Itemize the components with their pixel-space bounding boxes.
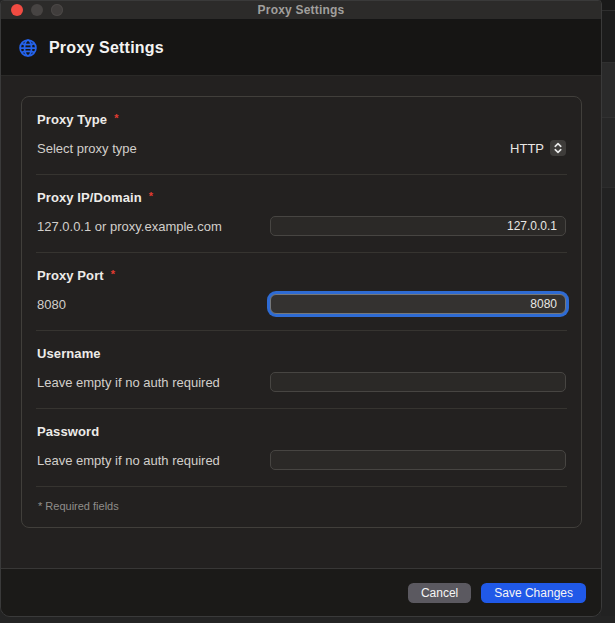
required-marker: * [111, 269, 115, 279]
cancel-button[interactable]: Cancel [408, 583, 471, 603]
proxy-type-select[interactable]: HTTP [510, 140, 566, 156]
username-label: Username [37, 346, 101, 361]
background-window-strip [601, 0, 615, 623]
form-row-password: Password Leave empty if no auth required [36, 409, 567, 487]
password-input[interactable] [270, 450, 566, 470]
window-title: Proxy Settings [1, 3, 601, 17]
password-hint: Leave empty if no auth required [37, 453, 220, 468]
zoom-button[interactable] [51, 4, 63, 16]
dialog-header: Proxy Settings [1, 20, 601, 76]
desktop-background [0, 616, 615, 623]
form-row-proxy-port: Proxy Port * 8080 [36, 253, 567, 331]
proxy-type-hint: Select proxy type [37, 141, 137, 156]
minimize-button[interactable] [31, 4, 43, 16]
proxy-ip-input[interactable] [270, 216, 566, 236]
username-hint: Leave empty if no auth required [37, 375, 220, 390]
close-button[interactable] [11, 4, 23, 16]
password-label: Password [37, 424, 99, 439]
traffic-lights [11, 1, 63, 19]
username-input[interactable] [270, 372, 566, 392]
titlebar[interactable]: Proxy Settings [1, 1, 601, 20]
proxy-port-input[interactable] [270, 294, 566, 314]
proxy-type-value: HTTP [510, 141, 544, 156]
proxy-settings-window: Proxy Settings Proxy Settings Proxy Type… [0, 0, 602, 617]
proxy-ip-hint: 127.0.0.1 or proxy.example.com [37, 219, 222, 234]
proxy-ip-label: Proxy IP/Domain [37, 190, 142, 205]
required-fields-note: * Required fields [36, 487, 567, 527]
globe-icon [18, 38, 38, 58]
dialog-footer: Cancel Save Changes [1, 568, 601, 616]
proxy-type-label: Proxy Type [37, 112, 107, 127]
form-row-proxy-type: Proxy Type * Select proxy type HTTP [36, 97, 567, 175]
page-title: Proxy Settings [49, 39, 164, 57]
chevron-up-down-icon [550, 140, 566, 156]
form-panel: Proxy Type * Select proxy type HTTP [21, 96, 582, 528]
required-marker: * [114, 113, 118, 123]
proxy-port-label: Proxy Port [37, 268, 104, 283]
dialog-content: Proxy Type * Select proxy type HTTP [1, 76, 601, 568]
form-row-username: Username Leave empty if no auth required [36, 331, 567, 409]
proxy-port-hint: 8080 [37, 297, 66, 312]
form-row-proxy-ip: Proxy IP/Domain * 127.0.0.1 or proxy.exa… [36, 175, 567, 253]
save-changes-button[interactable]: Save Changes [481, 583, 586, 603]
required-marker: * [149, 191, 153, 201]
